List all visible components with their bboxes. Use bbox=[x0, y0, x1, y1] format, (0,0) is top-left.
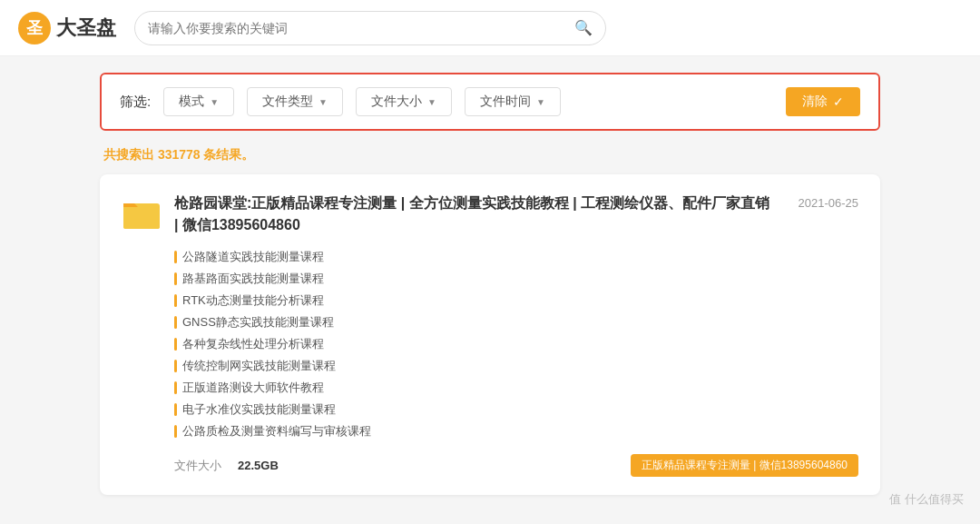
file-time-chevron-icon: ▼ bbox=[536, 97, 545, 107]
file-item: 电子水准仪实践技能测量课程 bbox=[174, 401, 858, 418]
file-size-value: 22.5GB bbox=[238, 459, 279, 472]
logo[interactable]: 圣 大圣盘 bbox=[18, 12, 116, 44]
result-count: 共搜索出 331778 条结果。 bbox=[100, 147, 880, 163]
file-name[interactable]: 电子水准仪实践技能测量课程 bbox=[182, 401, 336, 418]
card-footer: 文件大小 22.5GB 正版精品课程专注测量 | 微信13895604860 bbox=[174, 454, 858, 477]
file-bar-icon bbox=[174, 294, 177, 307]
file-item: 正版道路测设大师软件教程 bbox=[174, 380, 858, 396]
tag-badge: 正版精品课程专注测量 | 微信13895604860 bbox=[631, 454, 858, 477]
file-bar-icon bbox=[174, 338, 177, 351]
header: 圣 大圣盘 🔍 bbox=[0, 0, 980, 56]
file-size-label: 文件大小 bbox=[174, 458, 221, 474]
file-type-chevron-icon: ▼ bbox=[318, 97, 328, 107]
result-count-number: 331778 bbox=[158, 147, 201, 162]
mode-filter-button[interactable]: 模式 ▼ bbox=[163, 87, 234, 116]
filter-label: 筛选: bbox=[120, 94, 151, 111]
card-date: 2021-06-25 bbox=[799, 193, 859, 236]
search-bar[interactable]: 🔍 bbox=[134, 11, 606, 45]
svg-rect-3 bbox=[123, 207, 160, 229]
file-bar-icon bbox=[174, 381, 177, 394]
file-name[interactable]: GNSS静态实践技能测量课程 bbox=[182, 314, 334, 331]
result-count-prefix: 共搜索出 bbox=[103, 147, 158, 162]
clear-filter-button[interactable]: 清除 ✓ bbox=[786, 87, 860, 116]
file-item: 公路质检及测量资料编写与审核课程 bbox=[174, 423, 858, 440]
filter-bar: 筛选: 模式 ▼ 文件类型 ▼ 文件大小 ▼ 文件时间 ▼ 清除 ✓ bbox=[100, 73, 880, 131]
card-files: 公路隧道实践技能测量课程路基路面实践技能测量课程RTK动态测量技能分析课程GNS… bbox=[174, 249, 858, 440]
file-item: 路基路面实践技能测量课程 bbox=[174, 271, 858, 287]
card-title[interactable]: 枪路园课堂:正版精品课程专注测量 | 全方位测量实践技能教程 | 工程测绘仪器、… bbox=[174, 195, 769, 232]
file-time-filter-label: 文件时间 bbox=[480, 94, 531, 110]
file-name[interactable]: 各种复杂线性处理分析课程 bbox=[182, 336, 324, 352]
file-size-filter-button[interactable]: 文件大小 ▼ bbox=[356, 87, 452, 116]
file-bar-icon bbox=[174, 272, 177, 285]
file-bar-icon bbox=[174, 316, 177, 329]
folder-icon bbox=[122, 194, 162, 234]
file-item: GNSS静态实践技能测量课程 bbox=[174, 314, 858, 331]
file-bar-icon bbox=[174, 251, 177, 263]
file-type-filter-label: 文件类型 bbox=[262, 94, 313, 110]
file-size-chevron-icon: ▼ bbox=[427, 97, 436, 107]
card-header: 枪路园课堂:正版精品课程专注测量 | 全方位测量实践技能教程 | 工程测绘仪器、… bbox=[122, 193, 858, 236]
file-name[interactable]: 公路质检及测量资料编写与审核课程 bbox=[182, 423, 371, 440]
file-type-filter-button[interactable]: 文件类型 ▼ bbox=[247, 87, 343, 116]
clear-filter-label: 清除 bbox=[802, 94, 828, 110]
file-bar-icon bbox=[174, 425, 177, 438]
result-count-suffix: 条结果。 bbox=[201, 147, 255, 162]
file-name[interactable]: 公路隧道实践技能测量课程 bbox=[182, 249, 324, 265]
file-size-filter-label: 文件大小 bbox=[371, 94, 422, 110]
file-name[interactable]: 路基路面实践技能测量课程 bbox=[182, 271, 324, 287]
card-title-wrap: 枪路园课堂:正版精品课程专注测量 | 全方位测量实践技能教程 | 工程测绘仪器、… bbox=[174, 193, 773, 236]
mode-chevron-icon: ▼ bbox=[210, 97, 219, 107]
file-item: RTK动态测量技能分析课程 bbox=[174, 292, 858, 309]
file-name[interactable]: 正版道路测设大师软件教程 bbox=[182, 380, 324, 396]
logo-text: 大圣盘 bbox=[56, 15, 116, 42]
watermark: 值 什么值得买 bbox=[889, 491, 964, 508]
result-card: 枪路园课堂:正版精品课程专注测量 | 全方位测量实践技能教程 | 工程测绘仪器、… bbox=[100, 174, 880, 495]
file-name[interactable]: RTK动态测量技能分析课程 bbox=[182, 292, 324, 309]
file-name[interactable]: 传统控制网实践技能测量课程 bbox=[182, 358, 336, 374]
file-bar-icon bbox=[174, 360, 177, 372]
search-input[interactable] bbox=[148, 21, 574, 35]
file-time-filter-button[interactable]: 文件时间 ▼ bbox=[465, 87, 561, 116]
file-item: 公路隧道实践技能测量课程 bbox=[174, 249, 858, 265]
search-icon: 🔍 bbox=[574, 19, 593, 36]
mode-filter-label: 模式 bbox=[179, 94, 204, 110]
file-item: 传统控制网实践技能测量课程 bbox=[174, 358, 858, 374]
logo-icon: 圣 bbox=[18, 12, 51, 44]
clear-icon: ✓ bbox=[833, 94, 844, 109]
file-bar-icon bbox=[174, 403, 177, 416]
svg-text:圣: 圣 bbox=[25, 19, 44, 37]
results-list: 枪路园课堂:正版精品课程专注测量 | 全方位测量实践技能教程 | 工程测绘仪器、… bbox=[100, 174, 880, 495]
file-item: 各种复杂线性处理分析课程 bbox=[174, 336, 858, 352]
